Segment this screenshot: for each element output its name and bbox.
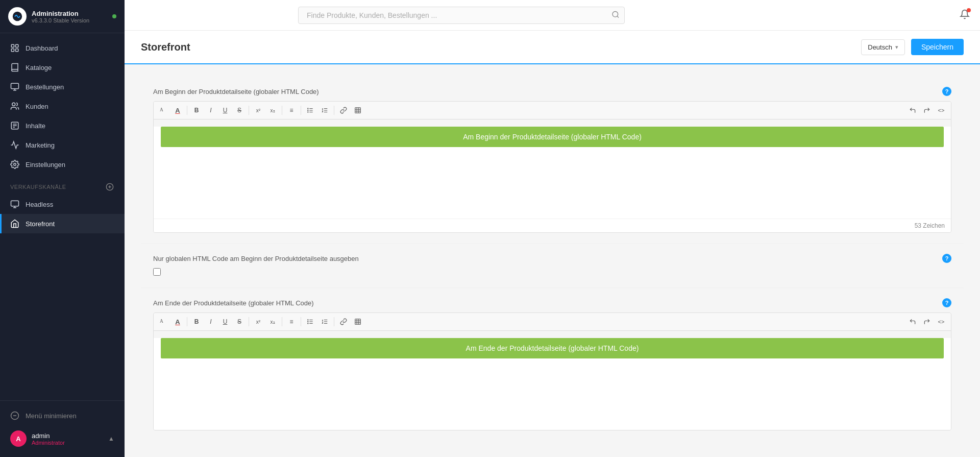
bullet-list-button[interactable] [304, 315, 317, 328]
headless-icon [10, 200, 19, 209]
rte-container-begin: A A B I U S x² x₂ ≡ [153, 101, 951, 233]
strikethrough-button[interactable]: S [233, 104, 246, 117]
bold-button[interactable]: B [190, 315, 203, 328]
save-button[interactable]: Speichern [911, 39, 964, 55]
user-name: admin [32, 432, 103, 440]
channel-item-label: Headless [26, 201, 53, 208]
minimize-menu-button[interactable]: Menü minimieren [0, 406, 125, 425]
superscript-button[interactable]: x² [252, 315, 265, 328]
svg-rect-5 [11, 83, 19, 89]
rte-toolbar-right: <> [906, 104, 948, 117]
rte-body-end[interactable]: Am Ende der Produktdetailseite (globaler… [154, 338, 951, 430]
font-color-button[interactable]: A [171, 315, 184, 328]
rte-body-begin[interactable]: Am Beginn der Produktdetailseite (global… [154, 127, 951, 219]
link-button[interactable] [337, 104, 350, 117]
channel-item-label: Storefront [26, 220, 55, 228]
svg-point-30 [308, 112, 308, 112]
subscript-button[interactable]: x₂ [266, 315, 279, 328]
font-size-button[interactable]: A [157, 104, 170, 117]
notification-button[interactable] [960, 9, 970, 21]
search-input[interactable] [298, 7, 625, 24]
language-selector[interactable]: Deutsch ▾ [861, 39, 905, 55]
sidebar-item-inhalte[interactable]: Inhalte [0, 116, 125, 135]
sidebar-item-kataloge[interactable]: Kataloge [0, 58, 125, 77]
font-size-button[interactable]: A [157, 315, 170, 328]
redo-button[interactable] [920, 315, 934, 328]
topbar-right [960, 9, 970, 21]
help-icon[interactable]: ? [942, 254, 951, 263]
numbered-list-button[interactable] [318, 315, 331, 328]
help-icon[interactable]: ? [942, 87, 951, 96]
dashboard-icon [10, 43, 19, 53]
numbered-list-button[interactable] [318, 104, 331, 117]
bold-button[interactable]: B [190, 104, 203, 117]
svg-point-29 [308, 110, 308, 110]
code-button[interactable]: <> [935, 104, 948, 117]
svg-rect-2 [16, 44, 18, 47]
char-count: 53 Zeichen [915, 222, 945, 229]
table-button[interactable] [351, 315, 364, 328]
sidebar-item-kunden[interactable]: Kunden [0, 97, 125, 116]
table-button[interactable] [351, 104, 364, 117]
sidebar-item-bestellungen[interactable]: Bestellungen [0, 77, 125, 97]
superscript-button[interactable]: x² [252, 104, 265, 117]
sidebar-item-storefront[interactable]: Storefront [0, 214, 125, 233]
catalog-icon [10, 63, 19, 72]
bullet-list-button[interactable] [304, 104, 317, 117]
undo-button[interactable] [906, 315, 919, 328]
italic-button[interactable]: I [204, 315, 217, 328]
marketing-icon [10, 140, 19, 150]
sidebar-header: Administration v6.3.3.0 Stable Version [0, 0, 125, 33]
font-color-button[interactable]: A [171, 104, 184, 117]
search-wrapper [298, 7, 625, 24]
svg-rect-49 [355, 319, 361, 325]
help-icon[interactable]: ? [942, 298, 951, 307]
add-sales-channel-button[interactable] [105, 182, 114, 191]
main-content: Storefront Deutsch ▾ Speichern Am Beginn… [125, 0, 980, 457]
svg-point-28 [308, 108, 308, 109]
svg-rect-1 [11, 44, 14, 47]
global-html-checkbox[interactable] [153, 268, 161, 276]
undo-button[interactable] [906, 104, 919, 117]
svg-point-43 [308, 320, 308, 320]
minimize-label: Menü minimieren [26, 412, 77, 420]
toolbar-separator [282, 106, 282, 115]
settings-icon [10, 160, 19, 169]
orders-icon [10, 82, 19, 91]
brand-version: v6.3.3.0 Stable Version [32, 17, 107, 23]
strikethrough-button[interactable]: S [233, 315, 246, 328]
toolbar-separator [249, 106, 249, 115]
toolbar-separator [334, 317, 334, 326]
align-button[interactable]: ≡ [285, 315, 298, 328]
link-button[interactable] [337, 315, 350, 328]
subscript-button[interactable]: x₂ [266, 104, 279, 117]
underline-button[interactable]: U [218, 104, 232, 117]
sidebar-item-dashboard[interactable]: Dashboard [0, 38, 125, 58]
page-title: Storefront [141, 41, 190, 53]
form-content: Am Beginn der Produktdetailseite (global… [125, 64, 980, 453]
svg-rect-34 [355, 108, 361, 113]
sidebar-item-label: Marketing [26, 141, 55, 149]
field-label-row: Am Beginn der Produktdetailseite (global… [153, 87, 951, 96]
svg-point-44 [308, 321, 308, 322]
svg-text:A: A [160, 107, 163, 112]
svg-point-8 [12, 103, 15, 106]
page-header: Storefront Deutsch ▾ Speichern [125, 31, 980, 64]
search-icon[interactable] [611, 10, 620, 20]
svg-rect-17 [11, 201, 19, 206]
underline-button[interactable]: U [218, 315, 232, 328]
redo-button[interactable] [920, 104, 934, 117]
sidebar-item-einstellungen[interactable]: Einstellungen [0, 155, 125, 174]
align-button[interactable]: ≡ [285, 104, 298, 117]
toolbar-separator [334, 106, 334, 115]
svg-point-13 [14, 163, 16, 166]
italic-button[interactable]: I [204, 104, 217, 117]
sidebar-item-headless[interactable]: Headless [0, 195, 125, 214]
user-menu[interactable]: A admin Administrator ▲ [0, 425, 125, 452]
sidebar-item-label: Inhalte [26, 122, 45, 130]
brand-name: Administration [32, 10, 107, 17]
sidebar-item-marketing[interactable]: Marketing [0, 135, 125, 155]
field-end-product-detail: Am Ende der Produktdetailseite (globaler… [141, 288, 964, 441]
code-button[interactable]: <> [935, 315, 948, 328]
rte-toolbar-right-end: <> [906, 315, 948, 328]
